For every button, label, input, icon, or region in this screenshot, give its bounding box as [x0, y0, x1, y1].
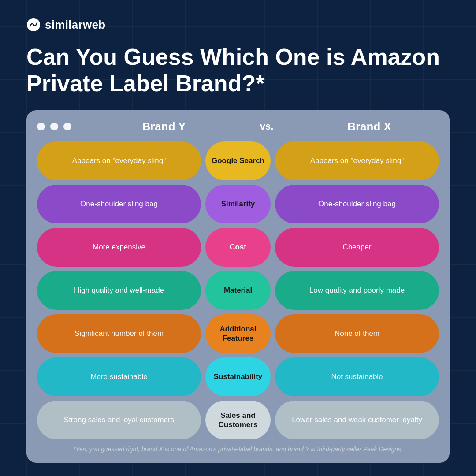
dot-2 — [50, 123, 58, 130]
cost-right: Cheaper — [275, 228, 439, 267]
brand-y-label: Brand Y — [94, 120, 234, 134]
row-sustainability: More sustainable Sustainability Not sust… — [37, 357, 439, 396]
sales-center: Sales and Customers — [205, 401, 271, 439]
features-center: Additional Features — [205, 314, 271, 353]
google-center: Google Search — [205, 141, 271, 180]
features-right: None of them — [275, 314, 439, 353]
cost-left: More expensive — [37, 228, 201, 267]
sustainability-right: Not sustainable — [275, 357, 439, 396]
brand-x-label: Brand X — [300, 120, 439, 134]
sustainability-center: Sustainability — [205, 357, 271, 396]
sustainability-left: More sustainable — [37, 357, 201, 396]
material-right: Low quality and poorly made — [275, 271, 439, 310]
similarity-left: One-shoulder sling bag — [37, 185, 201, 223]
material-left: High quality and well-made — [37, 271, 201, 310]
row-google: Appears on "everyday sling" Google Searc… — [37, 141, 439, 180]
row-material: High quality and well-made Material Low … — [37, 271, 439, 310]
row-similarity: One-shoulder sling bag Similarity One-sh… — [37, 185, 439, 223]
logo-text: similarweb — [45, 18, 105, 32]
google-left: Appears on "everyday sling" — [37, 141, 201, 180]
row-features: Significant number of them Additional Fe… — [37, 314, 439, 353]
dot-3 — [63, 123, 71, 130]
sales-left: Strong sales and loyal customers — [37, 401, 201, 439]
google-right: Appears on "everyday sling" — [275, 141, 439, 180]
dot-1 — [37, 123, 45, 130]
comparison-card: Brand Y vs. Brand X Appears on "everyday… — [26, 110, 450, 463]
main-title: Can You Guess Which One is Amazon Privat… — [26, 44, 450, 97]
rows-container: Appears on "everyday sling" Google Searc… — [37, 141, 439, 439]
material-center: Material — [205, 271, 271, 310]
header: similarweb — [26, 18, 450, 32]
features-left: Significant number of them — [37, 314, 201, 353]
row-cost: More expensive Cost Cheaper — [37, 228, 439, 267]
similarity-center: Similarity — [205, 185, 271, 223]
row-sales: Strong sales and loyal customers Sales a… — [37, 401, 439, 439]
cost-center: Cost — [205, 228, 271, 267]
footnote: *Yes, you guessed right, brand X is one … — [37, 445, 439, 454]
card-header: Brand Y vs. Brand X — [37, 120, 439, 134]
brand-labels: Brand Y vs. Brand X — [77, 120, 439, 134]
similarweb-logo-icon — [26, 18, 41, 32]
vs-label: vs. — [234, 121, 300, 132]
similarity-right: One-shoulder sling bag — [275, 185, 439, 223]
sales-right: Lower sales and weak customer loyalty — [275, 401, 439, 439]
